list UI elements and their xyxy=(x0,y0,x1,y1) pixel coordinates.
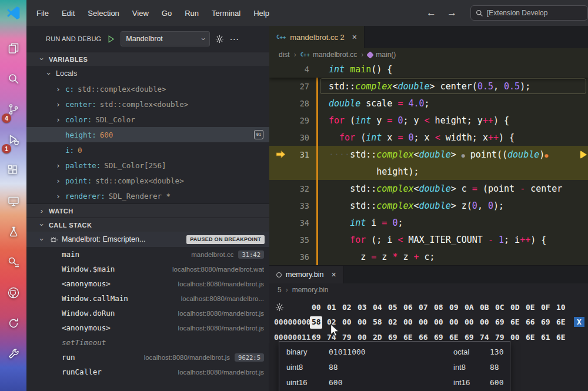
view-binary-data-icon[interactable]: 01 xyxy=(254,130,263,139)
activitybar-item-testing[interactable] xyxy=(0,216,26,247)
hex-editor[interactable]: 000102030405060708090A0B0C0D0E0F10 00000… xyxy=(269,296,588,391)
activitybar-item-run-and-debug[interactable]: 1 xyxy=(0,125,26,155)
remote-explorer-icon xyxy=(6,194,21,208)
breadcrumb-file[interactable]: C++ mandelbrot.cc xyxy=(300,51,358,59)
start-debugging-button[interactable] xyxy=(106,35,115,44)
sidebar-title: RUN AND DEBUG xyxy=(46,35,101,42)
variable-row-palette[interactable]: › palette: SDL_Color[256] xyxy=(26,158,269,173)
activitybar-item-sync[interactable] xyxy=(0,308,26,339)
close-icon[interactable]: × xyxy=(331,270,336,279)
vscode-logo-icon xyxy=(6,5,21,21)
activitybar-item-search[interactable] xyxy=(0,64,26,94)
code-line-31-paused[interactable]: 31 ····std::complex<double> ● point((dou… xyxy=(269,146,588,163)
tab-mandelbrot-cc[interactable]: C++ mandelbrot.cc 2 × xyxy=(269,26,365,48)
vscode-logo xyxy=(0,0,26,26)
activitybar-item-remote-explorer[interactable] xyxy=(0,186,26,216)
paused-on-breakpoint-badge: PAUSED ON BREAKPOINT xyxy=(186,235,265,244)
stack-frame-main[interactable]: main mandelbrot.cc 31:42 xyxy=(26,247,269,262)
variables-section-header[interactable]: › VARIABLES xyxy=(26,52,269,66)
variable-row-c[interactable]: › c: std::complex<double> xyxy=(26,81,269,96)
panel-breadcrumb[interactable]: 5 › memory.bin xyxy=(269,283,588,296)
variable-name: point: xyxy=(65,176,92,185)
variable-name: color: xyxy=(65,115,92,124)
code-line-35[interactable]: 35 for (; i < MAX_ITER_COUNT - 1; i++) { xyxy=(269,231,588,248)
code-line-33[interactable]: 33 std::complex<double> z(0, 0); xyxy=(269,197,588,214)
stack-frame[interactable]: runCaller localhost:8080/mandelbrot.js xyxy=(26,365,269,379)
stack-frame-run[interactable]: run localhost:8080/mandelbrot.js 9622:5 xyxy=(26,350,269,365)
gear-icon[interactable] xyxy=(215,35,224,44)
code-line-34[interactable]: 34 int i = 0; xyxy=(269,214,588,231)
menu-view[interactable]: View xyxy=(126,6,155,21)
breadcrumb-symbol-main[interactable]: main() xyxy=(368,51,396,59)
hex-address: 00000011 xyxy=(269,333,312,342)
variable-row-center[interactable]: › center: std::complex<double> xyxy=(26,96,269,112)
watch-section-header[interactable]: › WATCH xyxy=(26,203,269,218)
variable-row-i[interactable]: › i: 0 xyxy=(26,142,269,158)
callstack-section-header[interactable]: › CALL STACK xyxy=(26,218,269,232)
explorer-icon xyxy=(6,41,21,55)
sticky-scroll-line[interactable]: 4 int main() { xyxy=(269,61,588,78)
callstack-section-label: CALL STACK xyxy=(49,222,92,229)
menu-selection[interactable]: Selection xyxy=(81,6,125,21)
method-symbol-icon xyxy=(366,51,374,59)
code-line-29[interactable]: 29 for (int y = 0; y < height; y++) { xyxy=(269,112,588,129)
hex-settings-gear-icon[interactable] xyxy=(269,303,312,312)
menu-help[interactable]: Help xyxy=(247,6,276,21)
variable-row-renderer[interactable]: › renderer: SDL_Renderer * xyxy=(26,188,269,203)
code-line-31-wrap[interactable]: height); xyxy=(269,163,588,180)
activitybar-item-source-control[interactable]: 4 xyxy=(0,94,26,125)
stack-frame[interactable]: <anonymous> localhost:8080/mandelbrot.js xyxy=(26,276,269,291)
activitybar-item-extensions[interactable] xyxy=(0,155,26,186)
search-details-icon xyxy=(6,255,21,269)
debug-config-dropdown[interactable]: Mandelbrot › xyxy=(121,31,210,46)
variable-name: renderer: xyxy=(65,192,105,200)
breadcrumb: dist › C++ mandelbrot.cc › main() xyxy=(269,48,588,61)
hex-row-0[interactable]: 00000000 580200005802000000000000696E666… xyxy=(269,314,588,329)
stack-frame[interactable]: Window.$main localhost:8080/mandelbrot.w… xyxy=(26,262,269,276)
stack-frame-settimeout[interactable]: setTimeout xyxy=(26,335,269,350)
code-line-36[interactable]: 36 z = z * z + c; xyxy=(269,248,588,265)
activitybar-item-explorer[interactable] xyxy=(0,33,26,64)
menubar: File Edit Selection View Go Run Terminal… xyxy=(26,0,588,26)
stack-frame[interactable]: Window.doRun localhost:8080/mandelbrot.j… xyxy=(26,306,269,320)
editor-tabbar: C++ mandelbrot.cc 2 × xyxy=(269,26,588,48)
back-arrow-icon[interactable]: ← xyxy=(421,7,442,19)
debug-toolbar: RUN AND DEBUG Mandelbrot › ⋯ xyxy=(26,26,269,52)
activity-bar: 4 1 xyxy=(0,26,26,391)
close-icon[interactable]: × xyxy=(352,32,357,42)
code-editor[interactable]: 4 int main() { 27 std::complex<double> c… xyxy=(269,61,588,265)
activitybar-item-tools[interactable] xyxy=(0,339,26,369)
chevron-icon: › xyxy=(38,222,46,229)
bottom-panel: memory.bin × 5 › memory.bin xyxy=(269,265,588,391)
activitybar-item-github[interactable] xyxy=(0,278,26,308)
editor-region: C++ mandelbrot.cc 2 × dist › C++ mandelb… xyxy=(269,26,588,391)
watch-section-label: WATCH xyxy=(49,208,74,215)
code-line-28[interactable]: 28 double scale = 4.0; xyxy=(269,95,588,112)
stack-frame[interactable]: Window.callMain localhost:8080/mandelbro… xyxy=(26,291,269,306)
activitybar-item-search-editor[interactable] xyxy=(0,247,26,278)
more-actions-icon[interactable]: ⋯ xyxy=(229,34,239,45)
command-center-search[interactable]: [Extension Develop xyxy=(470,5,588,21)
variable-row-height[interactable]: › height: 600 01 xyxy=(26,127,269,142)
menu-go[interactable]: Go xyxy=(155,6,178,21)
locals-scope-row[interactable]: › Locals xyxy=(26,66,269,81)
variable-name: height: xyxy=(65,131,96,139)
tab-memory-bin[interactable]: memory.bin × xyxy=(269,266,344,283)
code-line-32[interactable]: 32 std::complex<double> c = (point - cen… xyxy=(269,180,588,197)
menu-run[interactable]: Run xyxy=(178,6,205,21)
code-line-27[interactable]: 27 std::complex<double> center(0.5, 0.5)… xyxy=(269,78,588,95)
forward-arrow-icon[interactable]: → xyxy=(442,7,462,19)
chevron-right-icon: › xyxy=(55,192,62,200)
chevron-icon: › xyxy=(38,236,46,243)
menu-terminal[interactable]: Terminal xyxy=(205,6,247,21)
variables-section-label: VARIABLES xyxy=(49,56,88,63)
stack-frame[interactable]: <anonymous> localhost:8080/mandelbrot.js xyxy=(26,320,269,335)
variable-row-color[interactable]: › color: SDL_Color xyxy=(26,112,269,127)
breadcrumb-dist[interactable]: dist xyxy=(279,51,290,59)
menu-file[interactable]: File xyxy=(30,6,55,21)
code-line-30[interactable]: 30 for (int x = 0; x < width; x++) { xyxy=(269,129,588,146)
debug-session-row[interactable]: › Mandelbrot: Emscripten... PAUSED ON BR… xyxy=(26,232,269,247)
variable-row-point[interactable]: › point: std::complex<double> xyxy=(26,173,269,188)
debug-session-bug-icon xyxy=(49,235,58,243)
menu-edit[interactable]: Edit xyxy=(55,6,81,21)
